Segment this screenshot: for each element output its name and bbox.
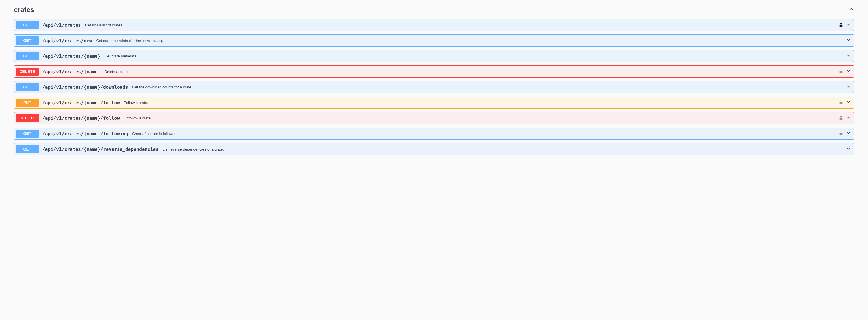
endpoint-summary: Unfollow a crate. [124,116,838,120]
lock-open-icon[interactable] [838,116,843,121]
row-actions [846,37,851,44]
endpoint-summary: Get the download counts for a crate. [132,85,846,89]
http-method-badge: GET [16,83,39,91]
endpoint-path: /api/v1/crates/{name}/reverse_dependenci… [42,147,159,152]
http-method-badge: GET [16,21,39,29]
lock-open-icon[interactable] [838,69,843,74]
endpoint-path: /api/v1/crates/{name}/following [42,131,128,136]
endpoint-path: /api/v1/crates/{name}/downloads [42,85,128,90]
chevron-down-icon [846,22,851,28]
operation-row[interactable]: GET/api/v1/crates/{name}/reverse_depende… [14,143,854,155]
operation-row[interactable]: GET/api/v1/crates/newGet crate metadata … [14,34,854,46]
chevron-down-icon [846,115,851,121]
chevron-down-icon [846,146,851,152]
operation-list: GET/api/v1/cratesReturns a list of crate… [14,19,854,155]
chevron-down-icon [846,84,851,90]
http-method-badge: GET [16,130,39,137]
chevron-up-icon [848,6,854,13]
chevron-down-icon [846,130,851,137]
row-actions [838,22,851,28]
chevron-down-icon [846,99,851,106]
http-method-badge: DELETE [16,114,39,122]
lock-closed-icon[interactable] [838,23,843,28]
endpoint-summary: Get crate metadata. [104,54,846,58]
operation-row[interactable]: GET/api/v1/cratesReturns a list of crate… [14,19,854,31]
lock-open-icon[interactable] [838,131,843,136]
row-actions [838,99,851,106]
row-actions [846,146,851,152]
operation-row[interactable]: GET/api/v1/crates/{name}/followingCheck … [14,128,854,139]
endpoint-path: /api/v1/crates/{name}/follow [42,116,120,121]
operation-row[interactable]: DELETE/api/v1/crates/{name}/followUnfoll… [14,112,854,124]
endpoint-summary: Get crate metadata (for the `new` crate)… [96,38,846,43]
http-method-badge: GET [16,36,39,44]
lock-open-icon[interactable] [838,100,843,105]
row-actions [846,84,851,90]
row-actions [838,130,851,137]
endpoint-summary: Check if a crate is followed. [132,132,838,136]
endpoint-path: /api/v1/crates [42,23,81,28]
endpoint-summary: List reverse dependencies of a crate. [163,147,846,151]
http-method-badge: GET [16,52,39,60]
endpoint-path: /api/v1/crates/{name}/follow [42,100,120,105]
endpoint-summary: Delete a crate. [104,69,838,74]
http-method-badge: GET [16,145,39,153]
operation-row[interactable]: PUT/api/v1/crates/{name}/followFollow a … [14,97,854,108]
section-header[interactable]: crates [14,6,854,14]
http-method-badge: DELETE [16,67,39,75]
http-method-badge: PUT [16,99,39,106]
endpoint-path: /api/v1/crates/new [42,38,92,43]
chevron-down-icon [846,37,851,44]
row-actions [838,115,851,121]
operation-row[interactable]: GET/api/v1/crates/{name}Get crate metada… [14,50,854,62]
row-actions [846,53,851,59]
section-title: crates [14,6,34,14]
endpoint-summary: Follow a crate. [124,100,838,105]
operation-row[interactable]: GET/api/v1/crates/{name}/downloadsGet th… [14,81,854,93]
endpoint-path: /api/v1/crates/{name} [42,69,100,74]
row-actions [838,68,851,75]
operation-row[interactable]: DELETE/api/v1/crates/{name}Delete a crat… [14,65,854,77]
chevron-down-icon [846,53,851,59]
chevron-down-icon [846,68,851,75]
endpoint-path: /api/v1/crates/{name} [42,54,100,59]
endpoint-summary: Returns a list of crates. [85,23,838,27]
